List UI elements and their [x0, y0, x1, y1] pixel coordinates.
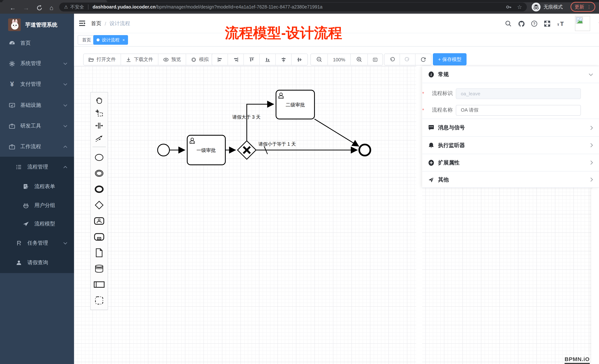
tab-home[interactable]: 首页: [78, 35, 96, 45]
user-task-1[interactable]: 一级审批: [187, 135, 225, 165]
app-logo-row[interactable]: 芋道管理系统: [0, 17, 74, 33]
chevron-down-icon: [63, 62, 67, 65]
flag-route-icon: [16, 240, 23, 247]
section-other[interactable]: 其他: [422, 171, 599, 188]
browser-update-button[interactable]: 更新 ⋮: [571, 2, 595, 12]
redo-button[interactable]: [400, 54, 415, 65]
incognito-badge: 无痕模式: [532, 2, 563, 11]
sidebar-item-payment[interactable]: ¥ 支付管理: [0, 77, 74, 92]
browser-menu-icon[interactable]: ⋮: [587, 4, 591, 9]
sidebar-item-user-group[interactable]: 用户分组: [0, 198, 74, 213]
tab-design-process[interactable]: 设计流程 ×: [93, 35, 128, 45]
end-event[interactable]: [359, 144, 370, 156]
section-general[interactable]: i 常规: [422, 66, 599, 83]
chevron-down-icon: [63, 83, 67, 85]
fullscreen-icon[interactable]: [544, 20, 551, 27]
sidebar-item-leave-query[interactable]: 请假查询: [0, 255, 74, 270]
sidebar-item-system[interactable]: 系统管理: [0, 56, 74, 71]
browser-home-icon[interactable]: ⌂: [50, 5, 53, 11]
create-gateway[interactable]: [91, 197, 108, 213]
user-task-2[interactable]: 二级审批: [276, 90, 315, 119]
sidebar-item-process-form[interactable]: 流程表单: [0, 179, 74, 194]
space-tool[interactable]: [91, 119, 108, 132]
flow-task2-to-end[interactable]: [315, 119, 359, 146]
chip-icon: [191, 57, 196, 62]
flow-gateway-to-task2[interactable]: [247, 104, 274, 141]
align-left-button[interactable]: [212, 54, 228, 65]
sidebar-item-task-mgmt[interactable]: 任务管理: [0, 236, 74, 251]
simulate-label: 模拟: [199, 56, 209, 63]
align-center-horizontal-button[interactable]: [276, 54, 291, 65]
url-bar[interactable]: ⚠ 不安全 dashboard.yudao.iocoder.cn/bpm/man…: [59, 3, 527, 11]
simulate-button[interactable]: 模拟: [186, 54, 213, 65]
restart-button[interactable]: [415, 54, 431, 65]
process-id-input[interactable]: [456, 88, 581, 99]
exclusive-gateway[interactable]: [238, 141, 256, 159]
align-right-button[interactable]: [228, 54, 244, 65]
svg-text:i: i: [431, 72, 432, 77]
create-group[interactable]: [91, 292, 108, 308]
breadcrumb-home[interactable]: 首页: [91, 20, 101, 27]
download-file-button[interactable]: 下载文件: [121, 54, 158, 65]
save-model-button[interactable]: + 保存模型: [433, 53, 467, 65]
global-connect-tool[interactable]: [91, 132, 108, 144]
start-event[interactable]: [158, 144, 169, 156]
sidebar-item-process-model[interactable]: 流程模型: [0, 217, 74, 231]
browser-reload-icon[interactable]: [36, 5, 43, 11]
zoom-out-button[interactable]: [311, 54, 328, 65]
browser-forward-icon[interactable]: →: [23, 5, 29, 11]
svg-text:T: T: [560, 20, 564, 27]
hand-tool[interactable]: [91, 94, 108, 107]
password-key-icon[interactable]: [506, 4, 511, 10]
preview-button[interactable]: 预览: [158, 54, 186, 65]
app-title: 芋道管理系统: [25, 21, 57, 28]
security-warning-icon: ⚠: [64, 4, 68, 10]
section-extended-attrs[interactable]: 扩展属性: [422, 154, 599, 171]
url-path: /bpm/manager/model/design?modelId=e4a1a1…: [156, 4, 322, 10]
process-name-input[interactable]: [456, 105, 581, 116]
browser-active-tab[interactable]: [2, 0, 107, 2]
github-icon[interactable]: [518, 20, 525, 27]
section-execution-listener[interactable]: 执行监听器: [422, 137, 599, 154]
bookmark-star-icon[interactable]: ☆: [517, 4, 522, 10]
section-title: 扩展属性: [438, 159, 459, 166]
search-icon[interactable]: [505, 20, 512, 27]
sidebar-item-infra[interactable]: 基础设施: [0, 98, 74, 113]
create-data-store[interactable]: [91, 261, 108, 276]
create-intermediate-event[interactable]: [91, 165, 108, 181]
undo-button[interactable]: [384, 54, 400, 65]
zoom-level[interactable]: 100%: [328, 54, 351, 65]
help-icon[interactable]: ?: [531, 20, 537, 27]
open-file-button[interactable]: 打开文件: [84, 54, 121, 65]
chevron-down-icon: [63, 242, 67, 245]
svg-text:?: ?: [533, 21, 535, 25]
fit-viewport-button[interactable]: [368, 54, 383, 65]
create-participant[interactable]: [91, 276, 108, 292]
align-top-button[interactable]: [244, 54, 260, 65]
create-data-object[interactable]: [91, 245, 108, 261]
bpmn-io-logo[interactable]: BPMN.iO: [564, 356, 590, 364]
align-center-vertical-button[interactable]: [291, 54, 308, 65]
lasso-tool[interactable]: [91, 107, 108, 119]
sidebar-item-home[interactable]: 首页: [0, 36, 74, 51]
sidebar-item-process-mgmt[interactable]: 流程管理: [0, 160, 74, 174]
create-start-event[interactable]: [91, 149, 108, 165]
section-message-signal[interactable]: 消息与信号: [422, 119, 599, 136]
create-user-task[interactable]: [91, 213, 108, 229]
chevron-right-icon: [590, 143, 593, 147]
browser-back-icon[interactable]: ←: [10, 5, 16, 11]
sidebar-item-workflow[interactable]: 工作流程: [0, 139, 74, 154]
create-subprocess[interactable]: [91, 229, 108, 245]
gear-icon: [9, 60, 16, 67]
sidebar-item-devtools[interactable]: 研发工具: [0, 119, 74, 133]
zoom-in-button[interactable]: [351, 54, 368, 65]
create-end-event[interactable]: [91, 181, 108, 197]
avatar[interactable]: [575, 16, 590, 31]
zoom-level-label: 100%: [333, 57, 345, 62]
font-size-icon[interactable]: тT: [557, 20, 566, 27]
panel-gutter: [416, 66, 422, 364]
tab-close-icon[interactable]: ×: [123, 38, 125, 42]
sidebar-item-label: 任务管理: [27, 240, 48, 246]
align-bottom-button[interactable]: [260, 54, 276, 65]
collapse-menu-icon[interactable]: [79, 20, 86, 27]
